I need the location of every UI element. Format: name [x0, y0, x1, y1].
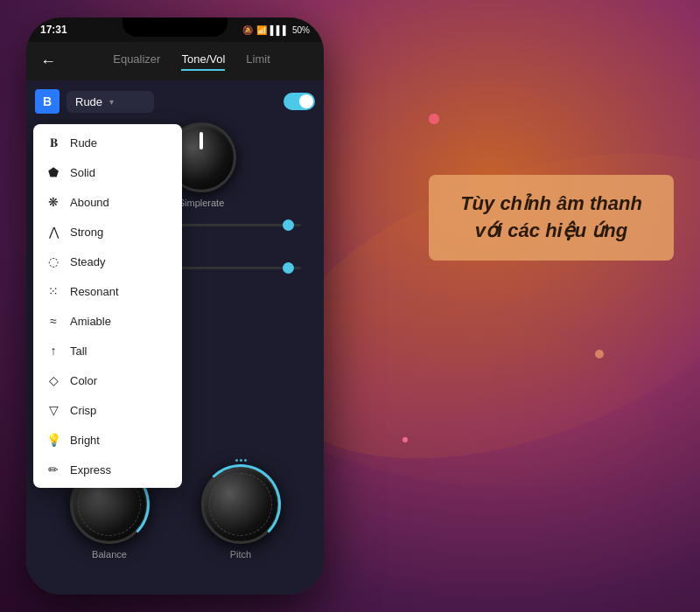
- dropdown-item-express[interactable]: ✏ Express: [33, 455, 182, 484]
- express-icon: ✏: [46, 462, 61, 477]
- dropdown-item-crisp[interactable]: ▽ Crisp: [33, 395, 182, 425]
- dropdown-item-resonant[interactable]: ⁙ Resonant: [33, 276, 182, 306]
- ind-dot-5: [240, 459, 242, 462]
- dropdown-item-tall[interactable]: ↑ Tall: [33, 336, 182, 365]
- tone-selector[interactable]: Rude ▾: [66, 91, 154, 113]
- bg-dot1: [429, 114, 439, 124]
- solid-icon: ⬟: [46, 164, 61, 180]
- slider-thumb-1[interactable]: [283, 219, 294, 231]
- bg-dot4: [402, 437, 408, 442]
- tab-tonevol[interactable]: Tone/Vol: [181, 52, 225, 71]
- solid-label: Solid: [70, 166, 95, 179]
- dropdown-item-bright[interactable]: 💡 Bright: [33, 425, 182, 455]
- tall-label: Tall: [70, 344, 88, 358]
- selected-tone: Rude: [75, 95, 102, 108]
- pitch-indicator: [201, 459, 280, 462]
- tab-limit[interactable]: Limit: [246, 52, 270, 71]
- signal-icon: ▌▌▌: [270, 25, 289, 35]
- abound-icon: ❋: [46, 194, 61, 210]
- abound-label: Abound: [70, 196, 109, 209]
- resonant-label: Resonant: [70, 285, 119, 298]
- selector-row: B Rude ▾: [35, 89, 315, 114]
- dropdown-item-abound[interactable]: ❋ Abound: [33, 187, 182, 217]
- dropdown-item-steady[interactable]: ◌ Steady: [33, 247, 182, 276]
- crisp-label: Crisp: [70, 404, 96, 417]
- b-badge: B: [35, 89, 60, 114]
- resonant-icon: ⁙: [46, 283, 61, 299]
- nav-tabs: Equalizer Tone/Vol Limit: [74, 52, 310, 71]
- dropdown-item-amiable[interactable]: ≈ Amiable: [33, 306, 182, 336]
- amiable-label: Amiable: [70, 315, 111, 328]
- ind-dot-6: [244, 459, 247, 462]
- ind-dot-4: [235, 459, 238, 462]
- pitch-label: Pitch: [201, 549, 280, 560]
- status-icons: 🔕 📶 ▌▌▌ 50%: [242, 25, 310, 35]
- express-label: Express: [70, 463, 111, 476]
- overlay-text: Tùy chỉnh âm thanh với các hiệu ứng: [450, 191, 653, 245]
- slider-thumb-2[interactable]: [283, 262, 294, 274]
- overlay-line2: với các hiệu ứng: [475, 219, 627, 241]
- text-overlay: Tùy chỉnh âm thanh với các hiệu ứng: [429, 175, 674, 261]
- nav-bar: ← Equalizer Tone/Vol Limit: [26, 42, 324, 80]
- crisp-icon: ▽: [46, 402, 61, 418]
- strong-label: Strong: [70, 226, 103, 239]
- dropdown-item-solid[interactable]: ⬟ Solid: [33, 157, 182, 187]
- tab-equalizer[interactable]: Equalizer: [113, 52, 160, 71]
- steady-icon: ◌: [46, 254, 61, 269]
- phone-notch: [122, 17, 228, 37]
- main-content: B Rude ▾ 𝐁 Rude ⬟ Solid ❋ Abound ⋀: [26, 80, 324, 595]
- mute-icon: 🔕: [242, 25, 253, 35]
- rude-icon: 𝐁: [46, 135, 61, 150]
- tall-icon: ↑: [46, 343, 61, 358]
- amiable-icon: ≈: [46, 313, 61, 329]
- tone-toggle[interactable]: [284, 93, 315, 110]
- color-icon: ◇: [46, 372, 61, 388]
- steady-label: Steady: [70, 255, 105, 268]
- overlay-line1: Tùy chỉnh âm thanh: [460, 192, 642, 214]
- status-time: 17:31: [40, 24, 67, 36]
- dropdown-item-strong[interactable]: ⋀ Strong: [33, 217, 182, 247]
- pitch-knob[interactable]: [201, 465, 280, 544]
- dropdown-item-rude[interactable]: 𝐁 Rude: [33, 128, 182, 157]
- strong-icon: ⋀: [46, 224, 61, 240]
- dropdown-arrow: ▾: [109, 97, 114, 107]
- bright-label: Bright: [70, 434, 100, 447]
- phone-device: 17:31 🔕 📶 ▌▌▌ 50% ← Equalizer Tone/Vol L…: [26, 17, 324, 595]
- balance-label: Balance: [70, 549, 149, 560]
- pitch-arc: [200, 464, 281, 545]
- color-label: Color: [70, 374, 97, 387]
- dropdown-menu: 𝐁 Rude ⬟ Solid ❋ Abound ⋀ Strong ◌ Stead…: [33, 124, 182, 488]
- pitch-item: Pitch: [201, 459, 280, 560]
- bright-icon: 💡: [46, 432, 61, 448]
- bg-dot3: [595, 350, 604, 358]
- back-button[interactable]: ←: [40, 52, 56, 71]
- battery-icon: 50%: [292, 25, 310, 35]
- dropdown-item-color[interactable]: ◇ Color: [33, 365, 182, 395]
- rude-label: Rude: [70, 136, 97, 150]
- wifi-icon: 📶: [256, 25, 267, 35]
